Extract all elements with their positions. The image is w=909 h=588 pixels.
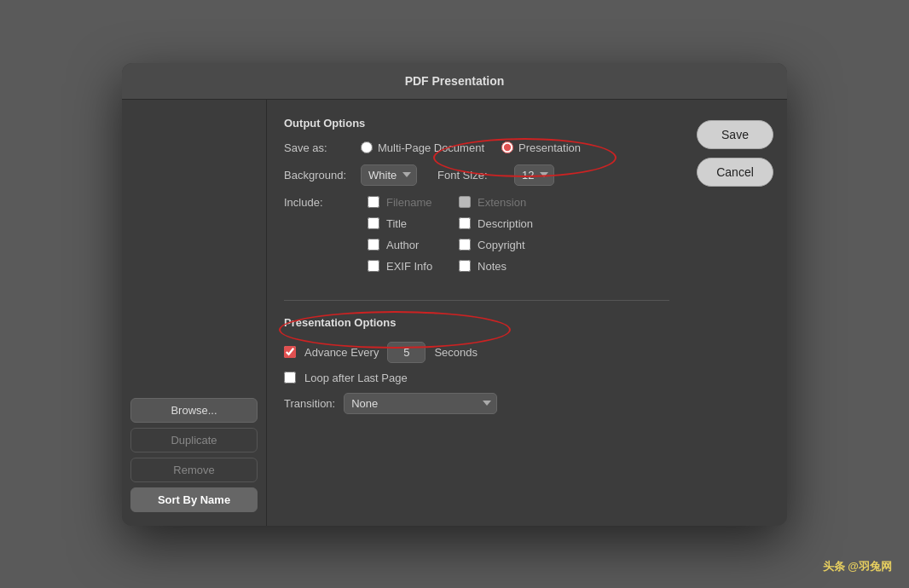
save-button[interactable]: Save: [697, 120, 773, 149]
exif-info-checkbox[interactable]: [368, 260, 379, 272]
font-size-label: Font Size:: [437, 169, 506, 182]
loop-row: Loop after Last Page: [284, 372, 669, 384]
loop-checkbox[interactable]: [284, 372, 296, 383]
output-options-label: Output Options: [284, 117, 669, 130]
save-as-label: Save as:: [284, 141, 352, 154]
filename-checkbox-label[interactable]: Filename: [368, 196, 442, 209]
notes-checkbox-label[interactable]: Notes: [459, 260, 533, 273]
checkbox-grid: Filename Extension Title Description: [368, 196, 533, 273]
filename-label: Filename: [386, 196, 431, 209]
filename-checkbox[interactable]: [368, 196, 379, 208]
radio-multi-page-label[interactable]: Multi-Page Document: [361, 141, 484, 154]
radio-group: Multi-Page Document Presentation: [361, 141, 581, 154]
transition-label: Transition:: [284, 397, 335, 410]
advance-every-input[interactable]: [387, 342, 426, 363]
title-label: Title: [386, 217, 407, 230]
watermark: 头条 @羽兔网: [823, 559, 892, 574]
duplicate-button[interactable]: Duplicate: [130, 428, 258, 453]
author-label: Author: [386, 239, 419, 251]
description-checkbox-label[interactable]: Description: [459, 217, 533, 230]
browse-button[interactable]: Browse...: [130, 398, 258, 423]
font-size-dropdown[interactable]: 12: [514, 164, 554, 186]
save-as-row: Save as: Multi-Page Document Presentatio…: [284, 141, 669, 154]
radio-presentation-label[interactable]: Presentation: [501, 141, 581, 154]
background-label: Background:: [284, 169, 352, 182]
advance-every-row: Advance Every Seconds: [284, 342, 669, 363]
right-buttons: Save Cancel: [690, 100, 787, 526]
exif-info-checkbox-label[interactable]: EXIF Info: [368, 260, 442, 273]
notes-checkbox[interactable]: [459, 260, 471, 272]
advance-every-label: Advance Every: [304, 346, 379, 359]
include-label: Include:: [284, 196, 352, 209]
author-checkbox-label[interactable]: Author: [368, 239, 442, 251]
section-divider: [284, 300, 669, 301]
title-bar: PDF Presentation: [122, 63, 787, 100]
title-checkbox-label[interactable]: Title: [368, 217, 442, 230]
description-checkbox[interactable]: [459, 217, 471, 229]
loop-label: Loop after Last Page: [304, 372, 408, 384]
cancel-button[interactable]: Cancel: [697, 158, 773, 187]
include-row: Include: Filename Extension Title: [284, 196, 669, 286]
dialog-body: Browse... Duplicate Remove Sort By Name …: [122, 100, 787, 526]
seconds-label: Seconds: [434, 346, 478, 359]
presentation-options-label: Presentation Options: [284, 316, 396, 329]
title-checkbox[interactable]: [368, 217, 379, 229]
dialog-title: PDF Presentation: [405, 74, 505, 88]
background-dropdown[interactable]: White: [361, 164, 417, 186]
radio-presentation-text: Presentation: [518, 141, 581, 154]
main-content: Output Options Save as: Multi-Page Docum…: [267, 100, 690, 526]
radio-presentation[interactable]: [501, 141, 513, 153]
advance-every-checkbox[interactable]: [284, 346, 296, 358]
presentation-options-header: Presentation Options: [284, 314, 396, 330]
extension-checkbox[interactable]: [459, 196, 471, 208]
pdf-presentation-dialog: PDF Presentation Browse... Duplicate Rem…: [122, 63, 787, 526]
remove-button[interactable]: Remove: [130, 458, 258, 482]
radio-multi-page-text: Multi-Page Document: [378, 141, 484, 154]
sort-by-name-button[interactable]: Sort By Name: [130, 487, 258, 512]
copyright-label: Copyright: [478, 239, 525, 251]
transition-dropdown[interactable]: None: [344, 393, 497, 414]
notes-label: Notes: [478, 260, 507, 273]
transition-row: Transition: None: [284, 393, 669, 414]
copyright-checkbox-label[interactable]: Copyright: [459, 239, 533, 251]
description-label: Description: [478, 217, 533, 230]
exif-info-label: EXIF Info: [386, 260, 432, 273]
sidebar: Browse... Duplicate Remove Sort By Name: [122, 100, 267, 526]
radio-multi-page[interactable]: [361, 141, 373, 153]
background-font-row: Background: White Font Size: 12: [284, 164, 669, 186]
extension-checkbox-label[interactable]: Extension: [459, 196, 533, 209]
author-checkbox[interactable]: [368, 239, 379, 251]
extension-label: Extension: [478, 196, 526, 209]
copyright-checkbox[interactable]: [459, 239, 471, 251]
